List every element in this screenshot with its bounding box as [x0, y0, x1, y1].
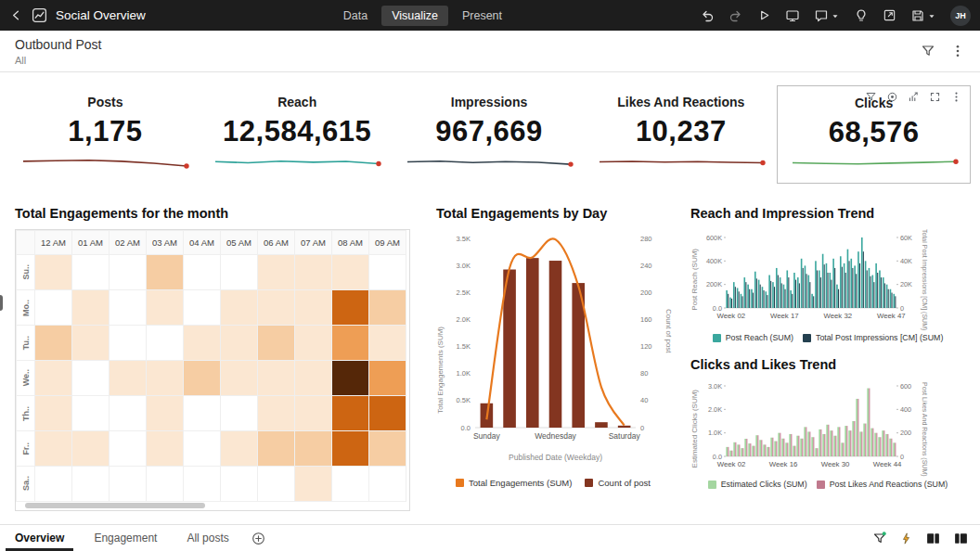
engagement-heatmap[interactable]: 12 AM01 AM02 AM03 AM04 AM05 AM06 AM07 AM… [15, 229, 410, 511]
chevron-down-icon[interactable] [831, 11, 840, 20]
heatmap-cell[interactable] [295, 326, 332, 361]
heatmap-cell[interactable] [258, 467, 295, 502]
heatmap-cell[interactable] [369, 396, 406, 431]
kpi-card-impressions[interactable]: Impressions 967,669 [393, 85, 586, 184]
heatmap-cell[interactable] [369, 326, 406, 361]
layout-split-right-icon[interactable] [925, 531, 941, 546]
heatmap-cell[interactable] [295, 255, 332, 290]
sheet-tab-all-posts[interactable]: All posts [172, 525, 243, 551]
heatmap-cell[interactable] [35, 255, 72, 290]
avatar[interactable]: JH [950, 6, 971, 26]
heatmap-cell[interactable] [258, 396, 295, 431]
heatmap-cell[interactable] [369, 361, 406, 396]
present-screen-icon[interactable] [785, 8, 800, 23]
add-tab-icon[interactable] [251, 532, 265, 545]
heatmap-cell[interactable] [221, 467, 258, 502]
heatmap-cell[interactable] [369, 290, 406, 326]
heatmap-cell[interactable] [110, 290, 147, 326]
heatmap-cell[interactable] [72, 255, 110, 290]
scrollbar-thumb[interactable] [25, 503, 204, 508]
heatmap-cell[interactable] [72, 290, 110, 326]
heatmap-cell[interactable] [258, 326, 295, 361]
heatmap-cell[interactable] [147, 326, 184, 361]
sheet-tab-overview[interactable]: Overview [0, 525, 79, 551]
heatmap-cell[interactable] [332, 361, 369, 396]
heatmap-cell[interactable] [332, 290, 369, 326]
tab-present[interactable]: Present [452, 6, 512, 26]
heatmap-cell[interactable] [221, 255, 258, 290]
save-menu[interactable] [910, 8, 936, 23]
heatmap-cell[interactable] [184, 467, 221, 502]
heatmap-cell[interactable] [110, 361, 147, 396]
heatmap-cell[interactable] [221, 361, 258, 396]
heatmap-cell[interactable] [110, 326, 147, 361]
target-icon[interactable] [886, 91, 898, 103]
quick-actions-bolt-icon[interactable] [899, 532, 913, 545]
tab-data[interactable]: Data [333, 6, 378, 26]
heatmap-cell[interactable] [35, 326, 72, 361]
heatmap-cell[interactable] [369, 255, 406, 290]
heatmap-cell[interactable] [147, 396, 184, 431]
heatmap-cell[interactable] [72, 326, 110, 361]
heatmap-cell[interactable] [184, 431, 221, 467]
fullscreen-icon[interactable] [929, 91, 941, 103]
heatmap-cell[interactable] [295, 431, 332, 467]
heatmap-cell[interactable] [295, 396, 332, 431]
heatmap-cell[interactable] [258, 255, 295, 290]
heatmap-cell[interactable] [258, 431, 295, 467]
heatmap-cell[interactable] [295, 467, 332, 502]
open-in-new-icon[interactable] [883, 8, 896, 22]
heatmap-cell[interactable] [221, 431, 258, 467]
heatmap-cell[interactable] [72, 431, 110, 467]
heatmap-cell[interactable] [295, 361, 332, 396]
tab-visualize[interactable]: Visualize [381, 6, 448, 26]
heatmap-cell[interactable] [332, 396, 369, 431]
back-icon[interactable] [9, 8, 23, 22]
heatmap-cell[interactable] [72, 467, 110, 502]
heatmap-cell[interactable] [35, 361, 72, 396]
heatmap-cell[interactable] [221, 396, 258, 431]
heatmap-cell[interactable] [147, 290, 184, 326]
kpi-card-clicks[interactable]: Clicks 68,576 [777, 85, 971, 184]
heatmap-cell[interactable] [369, 431, 406, 467]
heatmap-cell[interactable] [258, 361, 295, 396]
sheet-tab-engagement[interactable]: Engagement [79, 525, 172, 551]
heatmap-cell[interactable] [295, 290, 332, 326]
clicks-likes-chart[interactable]: 0.01.0K2.0K3.0K0200400600Week 02Week 16W… [699, 380, 920, 477]
kpi-card-posts[interactable]: Posts 1,175 [9, 85, 201, 184]
heatmap-cell[interactable] [147, 255, 184, 290]
heatmap-cell[interactable] [369, 467, 406, 502]
heatmap-cell[interactable] [35, 396, 72, 431]
more-menu-icon[interactable] [950, 44, 965, 58]
heatmap-cell[interactable] [184, 255, 221, 290]
undo-icon[interactable] [700, 8, 715, 23]
comment-menu[interactable] [814, 8, 840, 23]
heatmap-cell[interactable] [332, 255, 369, 290]
heatmap-cell[interactable] [35, 467, 72, 502]
heatmap-cell[interactable] [110, 255, 147, 290]
heatmap-cell[interactable] [258, 290, 295, 326]
layout-split-left-icon[interactable] [953, 531, 969, 546]
heatmap-cell[interactable] [72, 361, 110, 396]
more-menu-icon[interactable] [950, 91, 962, 103]
chevron-down-icon[interactable] [927, 11, 936, 20]
heatmap-cell[interactable] [35, 290, 72, 326]
heatmap-cell[interactable] [184, 326, 221, 361]
heatmap-cell[interactable] [332, 431, 369, 467]
play-icon[interactable] [757, 8, 771, 22]
heatmap-cell[interactable] [110, 396, 147, 431]
kpi-card-reach[interactable]: Reach 12,584,615 [201, 85, 393, 184]
heatmap-cell[interactable] [184, 290, 221, 326]
heatmap-cell[interactable] [147, 467, 184, 502]
heatmap-cell[interactable] [35, 431, 72, 467]
redo-icon[interactable] [729, 8, 743, 23]
engagements-by-day-chart[interactable]: 0.00.5K1.0K1.5K2.0K2.5K3.0K3.5K040801201… [445, 229, 664, 472]
insights-icon[interactable] [872, 531, 887, 545]
heatmap-cell[interactable] [110, 431, 147, 467]
panel-collapse-handle[interactable] [0, 295, 3, 311]
drill-chart-icon[interactable] [908, 91, 920, 103]
heatmap-cell[interactable] [221, 326, 258, 361]
heatmap-cell[interactable] [184, 396, 221, 431]
heatmap-cell[interactable] [110, 467, 147, 502]
heatmap-cell[interactable] [332, 326, 369, 361]
